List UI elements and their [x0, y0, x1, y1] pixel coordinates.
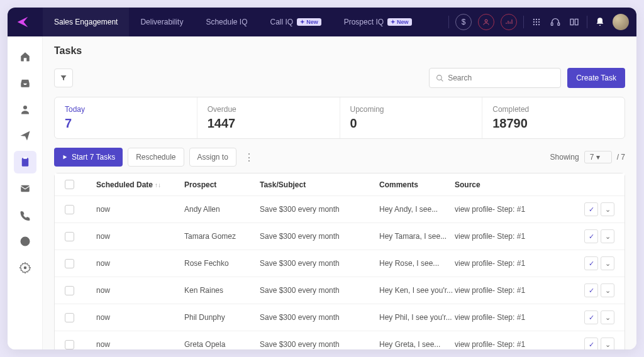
check-action-icon[interactable]: ✓: [584, 283, 598, 297]
table-header: Scheduled Date↑↓ Prospect Task/Subject C…: [55, 173, 625, 196]
col-prospect[interactable]: Prospect: [184, 180, 260, 189]
assign-button[interactable]: Assign to: [189, 148, 236, 167]
chart-icon[interactable]: [501, 14, 517, 30]
mail-icon[interactable]: [14, 177, 36, 200]
book-icon[interactable]: [568, 14, 580, 30]
cell-task: Save $300 every month: [260, 286, 379, 295]
svg-point-16: [23, 266, 26, 270]
start-tasks-button[interactable]: Start 7 Tasks: [54, 148, 123, 167]
svg-rect-14: [23, 157, 27, 159]
col-source[interactable]: Source: [455, 180, 562, 189]
dropdown-action-icon[interactable]: ⌄: [601, 338, 614, 349]
cell-comments: Hey Rose, I see...: [379, 259, 455, 268]
app-window: Sales Engagement Deliverability Schedule…: [8, 8, 636, 349]
nav-items: Sales Engagement Deliverability Schedule…: [43, 8, 423, 36]
stat-today[interactable]: Today 7: [55, 97, 197, 138]
apps-icon[interactable]: [530, 14, 543, 30]
dropdown-action-icon[interactable]: ⌄: [601, 202, 614, 216]
check-action-icon[interactable]: ✓: [584, 310, 598, 324]
search-input[interactable]: [429, 68, 561, 88]
pagination: Showing 7 ▾ / 7: [550, 151, 625, 163]
person-icon[interactable]: [14, 98, 36, 121]
bell-icon[interactable]: [594, 14, 606, 30]
dropdown-action-icon[interactable]: ⌄: [601, 256, 614, 270]
cell-prospect: Rose Fechko: [184, 259, 260, 268]
filter-button[interactable]: [54, 69, 73, 87]
cell-comments: Hey Greta, I see...: [379, 340, 455, 349]
play-icon: [62, 154, 68, 160]
col-comments[interactable]: Comments: [379, 180, 455, 189]
search-field[interactable]: [448, 74, 554, 82]
page-size-select[interactable]: 7 ▾: [584, 151, 612, 163]
check-action-icon[interactable]: ✓: [584, 229, 598, 243]
cell-prospect: Ken Raines: [184, 286, 260, 295]
logo-icon[interactable]: [15, 14, 30, 30]
nav-schedule-iq[interactable]: Schedule IQ: [194, 8, 258, 36]
headset-icon[interactable]: [549, 14, 562, 30]
dropdown-action-icon[interactable]: ⌄: [601, 283, 614, 297]
stat-completed[interactable]: Completed 18790: [482, 97, 625, 138]
select-all-checkbox[interactable]: [65, 180, 74, 189]
home-icon[interactable]: [14, 45, 36, 68]
phone-icon[interactable]: [14, 204, 36, 226]
cell-prospect: Tamara Gomez: [184, 232, 260, 241]
more-icon[interactable]: ⋮: [242, 148, 257, 167]
svg-point-1: [533, 19, 535, 20]
stat-overdue[interactable]: Overdue 1447: [197, 97, 340, 138]
table-row[interactable]: nowKen RainesSave $300 every monthHey Ke…: [55, 277, 625, 304]
separator: [448, 16, 449, 28]
check-action-icon[interactable]: ✓: [584, 202, 598, 216]
row-checkbox[interactable]: [65, 205, 74, 214]
check-action-icon[interactable]: ✓: [584, 256, 598, 270]
row-checkbox[interactable]: [65, 286, 74, 295]
cell-comments: Hey Ken, I see you'r...: [379, 286, 455, 295]
settings-icon[interactable]: [14, 256, 36, 279]
table-row[interactable]: nowPhil DunphySave $300 every monthHey P…: [55, 304, 625, 331]
page-title: Tasks: [54, 45, 625, 57]
stat-value: 7: [65, 116, 187, 131]
dollar-icon[interactable]: $: [455, 14, 472, 30]
new-badge: ✦ New: [297, 18, 321, 26]
row-checkbox[interactable]: [65, 232, 74, 241]
top-nav: Sales Engagement Deliverability Schedule…: [8, 8, 636, 36]
sidebar: [8, 36, 43, 349]
stat-value: 0: [350, 116, 472, 131]
tasks-icon[interactable]: [14, 151, 36, 173]
row-checkbox[interactable]: [65, 259, 74, 268]
table-row[interactable]: nowRose FechkoSave $300 every monthHey R…: [55, 250, 625, 277]
total-label: / 7: [617, 153, 625, 162]
dropdown-action-icon[interactable]: ⌄: [601, 229, 614, 243]
cell-comments: Hey Tamara, I see...: [379, 232, 455, 241]
avatar[interactable]: [613, 14, 629, 30]
svg-rect-15: [21, 185, 30, 192]
inbox-icon[interactable]: [14, 72, 36, 94]
nav-prospect-iq[interactable]: Prospect IQ✦ New: [333, 8, 423, 36]
col-task[interactable]: Task/Subject: [260, 180, 379, 189]
tasks-table: Scheduled Date↑↓ Prospect Task/Subject C…: [54, 173, 625, 349]
nav-deliverability[interactable]: Deliverability: [129, 8, 194, 36]
body: Tasks Create Task Today 7 Overdue 1447: [8, 36, 636, 349]
reports-icon[interactable]: [14, 230, 36, 253]
svg-point-12: [23, 106, 27, 109]
row-checkbox[interactable]: [65, 340, 74, 349]
user-icon[interactable]: [478, 14, 494, 30]
send-icon[interactable]: [14, 124, 36, 147]
table-row[interactable]: nowGreta OpelaSave $300 every monthHey G…: [55, 331, 625, 349]
table-row[interactable]: nowAndy AllenSave $300 every monthHey An…: [55, 196, 625, 223]
create-task-button[interactable]: Create Task: [567, 68, 625, 88]
check-action-icon[interactable]: ✓: [584, 338, 598, 349]
nav-call-iq[interactable]: Call IQ✦ New: [258, 8, 332, 36]
svg-rect-13: [21, 158, 28, 167]
stat-upcoming[interactable]: Upcoming 0: [340, 97, 483, 138]
svg-point-8: [536, 24, 537, 25]
table-row[interactable]: nowTamara GomezSave $300 every monthHey …: [55, 223, 625, 250]
reschedule-button[interactable]: Reschedule: [128, 148, 184, 167]
nav-label: Deliverability: [140, 18, 183, 26]
col-scheduled[interactable]: Scheduled Date↑↓: [96, 180, 184, 189]
cell-scheduled: now: [96, 286, 184, 295]
row-checkbox[interactable]: [65, 313, 74, 322]
cell-task: Save $300 every month: [260, 232, 379, 241]
dropdown-action-icon[interactable]: ⌄: [601, 310, 614, 324]
nav-sales-engagement[interactable]: Sales Engagement: [43, 8, 129, 36]
nav-label: Call IQ: [270, 18, 293, 26]
